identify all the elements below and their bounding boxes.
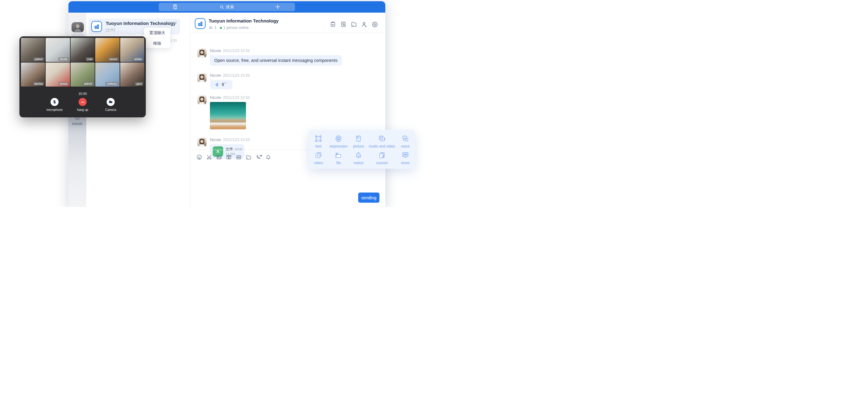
avatar[interactable] bbox=[197, 49, 207, 58]
participant-tile[interactable]: zoie bbox=[70, 38, 95, 62]
voice-bubble[interactable]: 9`` bbox=[210, 80, 232, 89]
add-member-icon[interactable] bbox=[361, 21, 367, 27]
action-picture[interactable]: picture bbox=[349, 133, 369, 150]
participant-name: venus bbox=[108, 57, 119, 61]
top-bar: 搜索 bbox=[68, 1, 385, 12]
mic-off-icon[interactable] bbox=[51, 98, 59, 106]
message-search-icon[interactable] bbox=[340, 21, 346, 27]
participant-tile[interactable]: gary bbox=[120, 63, 144, 87]
emoji-icon[interactable] bbox=[196, 154, 202, 160]
conversation-title: Tuoyun Information Technology bbox=[106, 21, 176, 26]
action-more[interactable]: more bbox=[395, 150, 415, 166]
notice-icon[interactable] bbox=[266, 154, 271, 160]
voice-icon bbox=[401, 135, 409, 142]
avatar[interactable] bbox=[197, 95, 207, 104]
action-voice[interactable]: voice bbox=[395, 133, 415, 150]
conversation-last-message: [文件] bbox=[106, 27, 115, 33]
call-icon[interactable] bbox=[255, 154, 261, 160]
picture-icon[interactable] bbox=[216, 154, 222, 160]
screenshot-icon[interactable] bbox=[206, 154, 212, 160]
trends-label: trends bbox=[68, 122, 86, 126]
message-bubble[interactable]: Open source, free, and universal instant… bbox=[210, 55, 342, 66]
folder-icon[interactable] bbox=[246, 154, 251, 160]
participant-name: Anthony bbox=[105, 82, 119, 86]
context-menu-item-remove[interactable]: 移除 bbox=[144, 38, 170, 48]
action-label: more bbox=[401, 161, 409, 165]
participant-tile[interactable]: patton bbox=[21, 38, 45, 62]
text-icon bbox=[314, 135, 322, 142]
participant-tile[interactable]: aldrich bbox=[70, 63, 95, 87]
group-avatar bbox=[195, 18, 206, 29]
member-count: 1 bbox=[215, 26, 217, 30]
action-label: picture bbox=[353, 144, 364, 149]
search-field[interactable]: 搜索 bbox=[220, 4, 234, 10]
message-action-panel: text expression picture bbox=[309, 130, 415, 169]
participant-name: danika bbox=[33, 82, 44, 86]
chat-title: Tuoyun Information Technology bbox=[209, 18, 279, 23]
search-bar[interactable]: 搜索 bbox=[159, 3, 295, 11]
building-icon bbox=[197, 21, 204, 27]
action-label: file bbox=[336, 161, 341, 165]
participant-name: ernest bbox=[58, 82, 69, 86]
video-icon[interactable] bbox=[226, 154, 232, 160]
file-icon bbox=[335, 151, 342, 159]
audio-video-icon bbox=[378, 135, 386, 142]
search-placeholder: 搜索 bbox=[226, 4, 234, 10]
participant-tile[interactable]: danika bbox=[21, 63, 45, 87]
group-avatar bbox=[91, 21, 102, 32]
participant-name: aldrich bbox=[83, 82, 94, 86]
image-attachment[interactable] bbox=[210, 102, 246, 129]
action-expression[interactable]: expression bbox=[329, 133, 349, 150]
online-dot bbox=[220, 27, 222, 29]
message-time: 2021/12/3 10:33 bbox=[223, 95, 250, 100]
sender-name: Nicole bbox=[210, 49, 221, 53]
participant-tile[interactable]: ernest bbox=[45, 63, 70, 87]
video-call-panel: patton Nicole zoie venus stellar danika … bbox=[20, 36, 146, 117]
control-label: hang up bbox=[77, 108, 88, 112]
action-custom[interactable]: custom bbox=[369, 150, 395, 166]
action-label: custom bbox=[376, 161, 388, 165]
file-manage-icon[interactable] bbox=[351, 21, 357, 27]
camera-off-icon[interactable] bbox=[107, 98, 115, 106]
search-icon bbox=[220, 5, 224, 9]
current-user-avatar[interactable] bbox=[71, 22, 84, 32]
participant-name: gary bbox=[135, 82, 143, 86]
picture-icon bbox=[354, 135, 363, 142]
hang-up-control[interactable]: hang up bbox=[74, 98, 92, 112]
context-menu-item-pin[interactable]: 置顶聊天 bbox=[144, 28, 170, 38]
page: 搜索 bbox=[0, 0, 434, 207]
action-file[interactable]: file bbox=[329, 150, 349, 166]
participant-grid: patton Nicole zoie venus stellar danika … bbox=[21, 38, 144, 87]
participant-name: patton bbox=[33, 57, 44, 61]
chat-meta: 1 1 person online bbox=[209, 26, 249, 30]
hang-up-icon[interactable] bbox=[79, 98, 87, 106]
participant-name: Nicole bbox=[58, 57, 69, 61]
action-label: notice bbox=[353, 161, 364, 165]
participant-tile[interactable]: Anthony bbox=[95, 63, 119, 87]
participant-tile[interactable]: stellar bbox=[120, 38, 144, 62]
action-text[interactable]: text bbox=[309, 133, 329, 150]
notice-board-icon[interactable] bbox=[330, 21, 336, 27]
chat-header: Tuoyun Information Technology 1 1 person… bbox=[190, 12, 385, 33]
camera-control[interactable]: Camera bbox=[102, 98, 120, 112]
settings-icon[interactable] bbox=[372, 21, 378, 27]
participant-tile[interactable]: venus bbox=[95, 38, 119, 62]
avatar[interactable] bbox=[197, 137, 207, 147]
sender-name: Nicole bbox=[210, 73, 221, 77]
send-button[interactable]: sending bbox=[358, 193, 379, 203]
building-icon bbox=[94, 23, 100, 30]
plus-icon[interactable] bbox=[275, 4, 281, 11]
action-video[interactable]: video bbox=[309, 150, 329, 166]
video-msg-icon bbox=[314, 151, 322, 159]
microphone-control[interactable]: microphone bbox=[45, 98, 63, 112]
voice-wave-icon bbox=[214, 82, 219, 87]
sender-name: Nicole bbox=[210, 95, 221, 100]
action-audio-video[interactable]: Audio and video bbox=[369, 133, 395, 150]
action-label: text bbox=[316, 144, 321, 149]
action-notice[interactable]: notice bbox=[349, 150, 369, 166]
participant-tile[interactable]: Nicole bbox=[45, 38, 70, 62]
call-record-icon[interactable] bbox=[172, 4, 178, 11]
file-name: 文件 bbox=[226, 147, 233, 151]
contact-card-icon[interactable] bbox=[236, 154, 242, 160]
avatar[interactable] bbox=[197, 73, 207, 82]
